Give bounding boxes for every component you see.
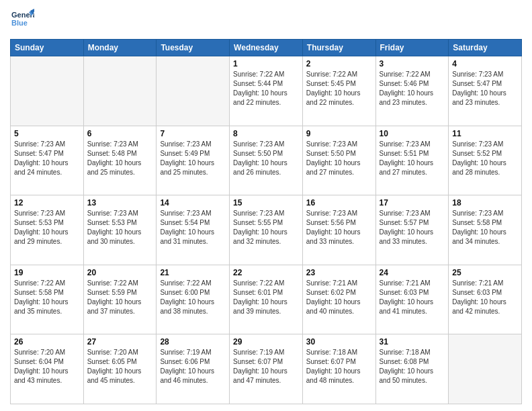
calendar-cell: 1Sunrise: 7:22 AM Sunset: 5:44 PM Daylig… [230,56,303,126]
calendar-cell: 15Sunrise: 7:23 AM Sunset: 5:55 PM Dayli… [230,195,303,265]
calendar-cell: 17Sunrise: 7:23 AM Sunset: 5:57 PM Dayli… [375,195,449,265]
calendar-cell: 10Sunrise: 7:23 AM Sunset: 5:51 PM Dayli… [375,126,449,195]
calendar-cell: 31Sunrise: 7:18 AM Sunset: 6:08 PM Dayli… [375,334,449,404]
day-number: 12 [14,198,80,208]
day-number: 10 [380,129,445,138]
day-info: Sunrise: 7:21 AM Sunset: 6:03 PM Dayligh… [452,279,518,316]
day-number: 7 [160,129,226,138]
day-info: Sunrise: 7:22 AM Sunset: 5:44 PM Dayligh… [233,70,299,107]
calendar-cell: 18Sunrise: 7:23 AM Sunset: 5:58 PM Dayli… [449,195,522,265]
calendar-table: SundayMondayTuesdayWednesdayThursdayFrid… [10,39,522,404]
day-number: 2 [306,59,372,68]
calendar-cell: 23Sunrise: 7:21 AM Sunset: 6:02 PM Dayli… [302,265,375,334]
day-info: Sunrise: 7:23 AM Sunset: 5:50 PM Dayligh… [306,140,372,177]
day-number: 18 [452,198,518,208]
calendar-cell [449,334,522,404]
calendar-cell [157,56,230,126]
day-number: 3 [380,59,445,68]
day-number: 29 [233,337,299,347]
day-info: Sunrise: 7:22 AM Sunset: 6:01 PM Dayligh… [233,279,299,316]
day-info: Sunrise: 7:23 AM Sunset: 5:52 PM Dayligh… [452,140,518,177]
day-number: 27 [87,337,153,347]
calendar-cell [83,56,157,126]
calendar-cell: 9Sunrise: 7:23 AM Sunset: 5:50 PM Daylig… [302,126,375,195]
calendar-cell: 11Sunrise: 7:23 AM Sunset: 5:52 PM Dayli… [449,126,522,195]
day-number: 30 [306,337,372,347]
header: General Blue [10,7,522,34]
page: General Blue SundayMondayTuesdayWednesda… [0,0,532,411]
calendar-cell: 22Sunrise: 7:22 AM Sunset: 6:01 PM Dayli… [230,265,303,334]
day-info: Sunrise: 7:22 AM Sunset: 6:00 PM Dayligh… [160,279,226,316]
day-info: Sunrise: 7:19 AM Sunset: 6:06 PM Dayligh… [160,348,226,385]
calendar-day-header: Thursday [302,40,375,56]
day-info: Sunrise: 7:18 AM Sunset: 6:08 PM Dayligh… [380,348,445,385]
day-number: 19 [14,268,80,277]
day-info: Sunrise: 7:23 AM Sunset: 5:49 PM Dayligh… [160,140,226,177]
day-info: Sunrise: 7:20 AM Sunset: 6:05 PM Dayligh… [87,348,153,385]
day-info: Sunrise: 7:21 AM Sunset: 6:02 PM Dayligh… [306,279,372,316]
day-number: 14 [160,198,226,208]
day-number: 8 [233,129,299,138]
day-number: 24 [380,268,445,277]
day-number: 15 [233,198,299,208]
day-info: Sunrise: 7:23 AM Sunset: 5:58 PM Dayligh… [452,209,518,246]
calendar-cell: 29Sunrise: 7:19 AM Sunset: 6:07 PM Dayli… [230,334,303,404]
day-number: 23 [306,268,372,277]
day-number: 20 [87,268,153,277]
day-info: Sunrise: 7:23 AM Sunset: 5:53 PM Dayligh… [14,209,80,246]
day-number: 22 [233,268,299,277]
calendar-day-header: Saturday [449,40,522,56]
calendar-cell: 26Sunrise: 7:20 AM Sunset: 6:04 PM Dayli… [11,334,84,404]
calendar-cell: 12Sunrise: 7:23 AM Sunset: 5:53 PM Dayli… [11,195,84,265]
calendar-header-row: SundayMondayTuesdayWednesdayThursdayFrid… [11,40,522,56]
day-number: 28 [160,337,226,347]
calendar-cell: 28Sunrise: 7:19 AM Sunset: 6:06 PM Dayli… [157,334,230,404]
svg-text:Blue: Blue [11,19,28,27]
calendar-week-row: 26Sunrise: 7:20 AM Sunset: 6:04 PM Dayli… [11,334,522,404]
calendar-cell: 20Sunrise: 7:22 AM Sunset: 5:59 PM Dayli… [83,265,157,334]
calendar-cell: 8Sunrise: 7:23 AM Sunset: 5:50 PM Daylig… [230,126,303,195]
day-info: Sunrise: 7:23 AM Sunset: 5:56 PM Dayligh… [306,209,372,246]
calendar-cell: 16Sunrise: 7:23 AM Sunset: 5:56 PM Dayli… [302,195,375,265]
day-info: Sunrise: 7:22 AM Sunset: 5:45 PM Dayligh… [306,70,372,107]
day-info: Sunrise: 7:23 AM Sunset: 5:53 PM Dayligh… [87,209,153,246]
day-number: 6 [87,129,153,138]
day-info: Sunrise: 7:23 AM Sunset: 5:54 PM Dayligh… [160,209,226,246]
calendar-cell: 5Sunrise: 7:23 AM Sunset: 5:47 PM Daylig… [11,126,84,195]
day-number: 31 [380,337,445,347]
calendar-cell: 24Sunrise: 7:21 AM Sunset: 6:03 PM Dayli… [375,265,449,334]
day-info: Sunrise: 7:22 AM Sunset: 5:58 PM Dayligh… [14,279,80,316]
day-number: 16 [306,198,372,208]
calendar-cell: 4Sunrise: 7:23 AM Sunset: 5:47 PM Daylig… [449,56,522,126]
calendar-week-row: 5Sunrise: 7:23 AM Sunset: 5:47 PM Daylig… [11,126,522,195]
calendar-cell: 14Sunrise: 7:23 AM Sunset: 5:54 PM Dayli… [157,195,230,265]
day-number: 13 [87,198,153,208]
day-info: Sunrise: 7:18 AM Sunset: 6:07 PM Dayligh… [306,348,372,385]
day-info: Sunrise: 7:23 AM Sunset: 5:47 PM Dayligh… [452,70,518,107]
day-number: 11 [452,129,518,138]
day-number: 25 [452,268,518,277]
calendar-cell: 27Sunrise: 7:20 AM Sunset: 6:05 PM Dayli… [83,334,157,404]
calendar-day-header: Tuesday [157,40,230,56]
logo: General Blue [10,7,34,34]
calendar-cell [11,56,84,126]
calendar-cell: 7Sunrise: 7:23 AM Sunset: 5:49 PM Daylig… [157,126,230,195]
calendar-week-row: 1Sunrise: 7:22 AM Sunset: 5:44 PM Daylig… [11,56,522,126]
day-info: Sunrise: 7:23 AM Sunset: 5:47 PM Dayligh… [14,140,80,177]
day-number: 9 [306,129,372,138]
calendar-day-header: Sunday [11,40,84,56]
day-number: 26 [14,337,80,347]
day-info: Sunrise: 7:22 AM Sunset: 5:59 PM Dayligh… [87,279,153,316]
day-number: 4 [452,59,518,68]
day-info: Sunrise: 7:19 AM Sunset: 6:07 PM Dayligh… [233,348,299,385]
calendar-cell: 6Sunrise: 7:23 AM Sunset: 5:48 PM Daylig… [83,126,157,195]
day-number: 21 [160,268,226,277]
calendar-cell: 25Sunrise: 7:21 AM Sunset: 6:03 PM Dayli… [449,265,522,334]
day-number: 17 [380,198,445,208]
day-info: Sunrise: 7:22 AM Sunset: 5:46 PM Dayligh… [380,70,445,107]
calendar-cell: 2Sunrise: 7:22 AM Sunset: 5:45 PM Daylig… [302,56,375,126]
day-info: Sunrise: 7:23 AM Sunset: 5:48 PM Dayligh… [87,140,153,177]
calendar-week-row: 19Sunrise: 7:22 AM Sunset: 5:58 PM Dayli… [11,265,522,334]
calendar-cell: 19Sunrise: 7:22 AM Sunset: 5:58 PM Dayli… [11,265,84,334]
calendar-cell: 21Sunrise: 7:22 AM Sunset: 6:00 PM Dayli… [157,265,230,334]
